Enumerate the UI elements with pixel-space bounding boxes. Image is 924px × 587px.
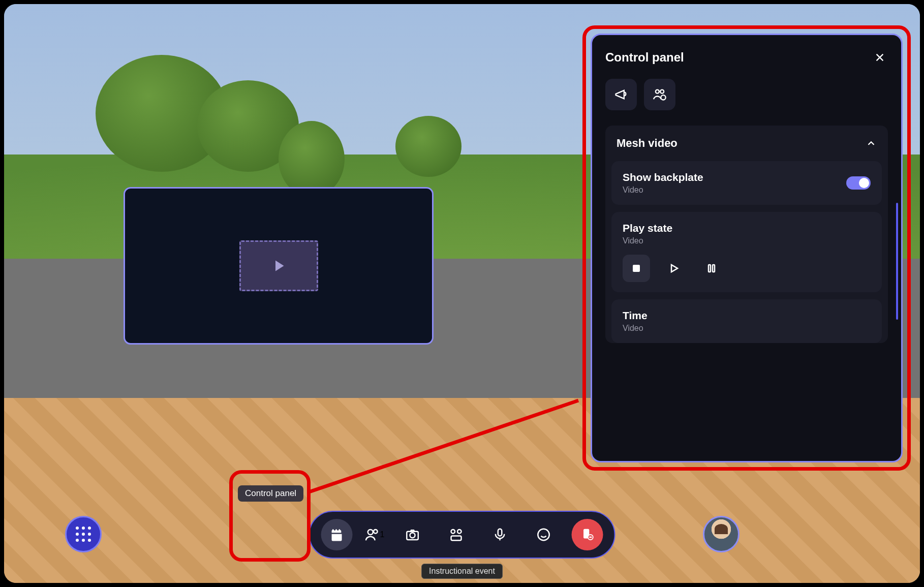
svg-point-8 [538, 529, 549, 541]
people-mute-icon [653, 87, 667, 102]
svg-rect-16 [709, 265, 711, 272]
time-card: Time Video [611, 299, 882, 343]
chevron-up-icon [866, 138, 877, 149]
people-icon [365, 527, 380, 542]
svg-point-14 [661, 95, 665, 100]
leave-icon [579, 527, 595, 542]
svg-point-4 [451, 530, 455, 534]
svg-rect-15 [633, 265, 640, 272]
play-icon [269, 257, 288, 275]
section-header[interactable]: Mesh video [605, 126, 888, 161]
megaphone-button[interactable] [605, 79, 637, 110]
time-title: Time [623, 310, 871, 322]
stop-icon [630, 262, 642, 274]
mesh-video-section: Mesh video Show backplate Video Play sta… [605, 126, 888, 343]
event-label: Instructional event [421, 564, 503, 579]
svg-point-12 [656, 90, 659, 94]
leave-button[interactable] [571, 519, 603, 550]
control-panel-button[interactable] [321, 519, 353, 550]
control-panel: Control panel Mesh video Show backplate [591, 34, 903, 462]
section-title: Mesh video [617, 137, 677, 150]
svg-rect-6 [451, 536, 461, 541]
smile-icon [536, 527, 551, 542]
svg-point-0 [368, 530, 373, 535]
svg-rect-17 [713, 265, 715, 272]
panel-title: Control panel [605, 50, 684, 65]
stop-button[interactable] [623, 255, 650, 282]
main-toolbar: 1 [309, 511, 615, 559]
share-icon [448, 527, 464, 542]
avatar-button[interactable] [703, 516, 740, 552]
backplate-toggle[interactable] [846, 176, 871, 190]
play-state-card: Play state Video [611, 212, 882, 292]
svg-point-13 [660, 90, 664, 94]
participants-button[interactable]: 1 [365, 527, 385, 542]
emoji-button[interactable] [528, 519, 559, 550]
pause-icon [705, 262, 718, 274]
backplate-sub: Video [623, 186, 703, 195]
playstate-title: Play state [623, 222, 871, 234]
pause-button[interactable] [698, 255, 725, 282]
megaphone-icon [614, 87, 628, 102]
play-icon [668, 262, 680, 274]
svg-rect-7 [498, 529, 502, 536]
scrollbar[interactable] [896, 203, 898, 320]
screenshare-button[interactable] [440, 519, 472, 550]
grid-icon [76, 527, 91, 542]
tooltip-label: Control panel [238, 485, 303, 502]
tree [279, 121, 345, 197]
mic-icon [492, 527, 507, 542]
clapper-icon [329, 527, 345, 542]
tree [395, 116, 461, 177]
menu-grid-button[interactable] [65, 516, 102, 552]
play-button[interactable] [660, 255, 688, 282]
playstate-sub: Video [623, 236, 871, 245]
camera-icon [405, 527, 420, 542]
participant-count: 1 [380, 530, 385, 539]
svg-point-1 [374, 530, 378, 534]
show-backplate-card: Show backplate Video [611, 161, 882, 205]
time-sub: Video [623, 324, 871, 333]
svg-point-3 [410, 533, 415, 538]
mic-button[interactable] [484, 519, 515, 550]
video-screen[interactable] [124, 187, 434, 345]
video-placeholder [239, 240, 318, 291]
close-icon [874, 52, 885, 63]
close-button[interactable] [872, 49, 888, 66]
mute-all-button[interactable] [644, 79, 675, 110]
scene-viewport: 1 Control panel Instructional event [4, 4, 920, 583]
backplate-title: Show backplate [623, 171, 703, 183]
camera-button[interactable] [396, 519, 428, 550]
svg-point-5 [457, 530, 461, 534]
